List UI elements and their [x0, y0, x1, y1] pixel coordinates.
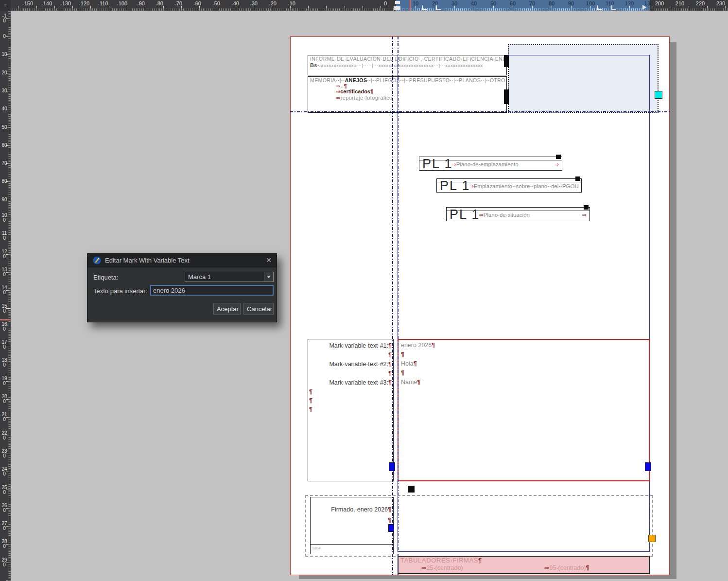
resize-handle-orange[interactable]	[648, 535, 656, 542]
ruler-label: 100	[586, 0, 595, 6]
ruler-label: 90	[1, 197, 7, 202]
ruler-label: 170	[1, 340, 7, 350]
ruler-cursor-indicator-y	[0, 319, 11, 320]
ruler-label: 40	[471, 0, 477, 6]
mark-label-3: Mark·variable·text·#3:¶	[309, 379, 392, 388]
ruler-label: 70	[529, 0, 535, 6]
mark-label-2: Mark·variable·text·#2:¶	[309, 361, 392, 370]
indent-marker[interactable]	[395, 1, 400, 4]
tabuladores-frame[interactable]: TABULADORES·FIRMAS¶ ⇒25·(centrado) ⇒95·(…	[398, 556, 650, 574]
header-subtitle-line: Bs·arxxxxxxxxxxxxa···|·····|···xxxxxxxxx…	[310, 62, 483, 68]
combo-dropdown-area[interactable]	[264, 272, 273, 282]
pl-code: PL 1	[450, 208, 480, 221]
ruler-label: 200	[1, 394, 7, 404]
edit-mark-dialog[interactable]: Editar Mark With Variable Text ✕ Etiquet…	[87, 253, 277, 322]
close-icon[interactable]: ✕	[266, 256, 272, 264]
ruler-label: 80	[549, 0, 555, 6]
document-sections-line: MEMORIA··|··ANEJOS··|··PLIEGOS··|··PRESU…	[310, 77, 505, 83]
ruler-label: -30	[250, 0, 258, 6]
ruler-label: 10	[1, 52, 7, 57]
ruler-label: 90	[568, 0, 574, 6]
ruler-label: 180	[1, 358, 7, 368]
link-handle-left[interactable]	[389, 462, 395, 471]
right-indent-marker[interactable]	[642, 5, 646, 10]
tab-stop-25: ⇒25·(centrado)	[421, 564, 463, 571]
pl-trailing-tab: ⇒	[582, 211, 587, 218]
ruler-label: 130	[1, 267, 7, 277]
ruler-label: -150	[22, 0, 33, 6]
mark-labels-frame[interactable]: Mark·variable·text·#1:¶ ¶ Mark·variable·…	[308, 339, 394, 481]
ruler-label: 200	[655, 0, 664, 6]
vertical-guide-1[interactable]	[392, 36, 393, 575]
ruler-label: 120	[625, 0, 634, 6]
ruler-label: 220	[1, 431, 7, 440]
ruler-label: 20	[1, 70, 7, 75]
ruler-label: 220	[696, 0, 705, 6]
aceptar-button[interactable]: Aceptar	[213, 303, 241, 315]
ruler-label: 0	[1, 34, 7, 39]
ruler-label: 80	[1, 179, 7, 184]
ruler-label: 210	[1, 412, 7, 422]
ruler-label: -110	[98, 0, 108, 6]
horizontal-ruler[interactable]: -150-140-130-120-110-100-90-80-70-60-50-…	[0, 0, 728, 11]
ruler-label: -130	[60, 0, 71, 6]
ruler-origin-button[interactable]: ≡	[0, 0, 11, 11]
ruler-label: 230	[716, 0, 725, 6]
blank-paragraph: ¶	[309, 370, 392, 379]
ruler-label: -80	[156, 0, 163, 6]
ruler-label: 160	[1, 322, 7, 332]
indent-marker[interactable]	[394, 6, 400, 10]
blank-paragraph: ¶	[401, 370, 647, 379]
ruler-cursor-indicator-x	[410, 0, 411, 11]
pl-corner-marker	[556, 155, 561, 159]
ruler-label: 30	[1, 88, 7, 93]
header-title-frame[interactable]: INFORME·DE·EVALUACIÓN·DEL·EDIFICIO·,·CER…	[308, 55, 507, 75]
tab-stop-95: ⇒95·(centrado)¶	[544, 564, 589, 571]
overflow-marker	[408, 486, 415, 493]
link-handle-right[interactable]	[645, 462, 651, 471]
texto-input[interactable]	[150, 285, 274, 296]
ruler-label: 50	[490, 0, 496, 6]
firmado-frame[interactable]: Firmado,·enero 2026¶ ¶ 1ab4	[310, 497, 394, 554]
pl-box-situacion[interactable]: PL 1 ⇒Plano·de·situación ⇒	[446, 207, 590, 221]
chevron-down-icon	[267, 276, 271, 278]
stray-pilcrow: ¶	[309, 388, 392, 398]
frame-edge-marker-2	[504, 89, 509, 104]
ruler-label: -100	[117, 0, 127, 6]
link-handle-firmado[interactable]	[388, 524, 394, 532]
tab-stop-marker[interactable]	[597, 5, 602, 10]
mark-values-frame[interactable]: enero 2026¶ ¶ Hola¶ ¶ Name¶	[398, 339, 650, 481]
stray-pilcrow: ¶	[309, 397, 392, 406]
tab-line-certificados: ⇒certificados¶	[336, 88, 373, 95]
ruler-label: 10	[413, 0, 418, 6]
pl-box-emplazamiento[interactable]: PL 1 ⇒Plano·de·emplazamiento ⇒	[419, 157, 562, 171]
vertical-guide-2[interactable]	[398, 36, 399, 575]
resize-handle-cyan[interactable]	[655, 91, 662, 99]
tab-stop-marker[interactable]	[611, 5, 616, 10]
vertical-ruler[interactable]: -100102030405060708090100110120130140150…	[0, 11, 11, 581]
header-title-line: INFORME·DE·EVALUACIÓN·DEL·EDIFICIO·,·CER…	[310, 56, 505, 62]
dialog-titlebar[interactable]: Editar Mark With Variable Text ✕	[87, 254, 277, 267]
sections-pre: MEMORIA··|··	[310, 77, 345, 83]
ruler-label: -40	[231, 0, 239, 6]
ruler-label: 190	[1, 376, 7, 386]
mark-value-2: Hola¶	[401, 360, 647, 370]
pl-box-pgou[interactable]: PL 1 ⇒Emplazamiento··sobre··plano··del··…	[436, 178, 582, 193]
pl-label: ⇒Emplazamiento··sobre··plano··del··PGOU	[469, 183, 579, 190]
tab-stop-marker[interactable]	[436, 5, 441, 10]
horizontal-guide[interactable]	[290, 111, 670, 112]
dialog-title: Editar Mark With Variable Text	[105, 257, 190, 264]
etiqueta-combobox[interactable]: Marca 1	[185, 272, 274, 282]
pl-code: PL 1	[440, 179, 470, 193]
tab-stop-marker[interactable]	[422, 5, 427, 10]
blank-paragraph: ¶	[312, 517, 391, 524]
sections-post: ··|··PLIEGOS··|··PRESUPUESTO··|··PLANOS·…	[367, 77, 505, 83]
pl-trailing-tab: ⇒	[554, 161, 559, 168]
ruler-label: 150	[1, 304, 7, 314]
firmado-line: Firmado,·enero 2026¶	[312, 506, 391, 513]
ruler-label: 240	[1, 467, 7, 476]
mark-value-1: enero 2026¶	[401, 342, 647, 351]
header-index-frame[interactable]: MEMORIA··|··ANEJOS··|··PLIEGOS··|··PRESU…	[308, 76, 507, 113]
cancelar-button[interactable]: Cancelar	[243, 303, 274, 315]
mark-value-3: Name¶	[401, 379, 647, 388]
